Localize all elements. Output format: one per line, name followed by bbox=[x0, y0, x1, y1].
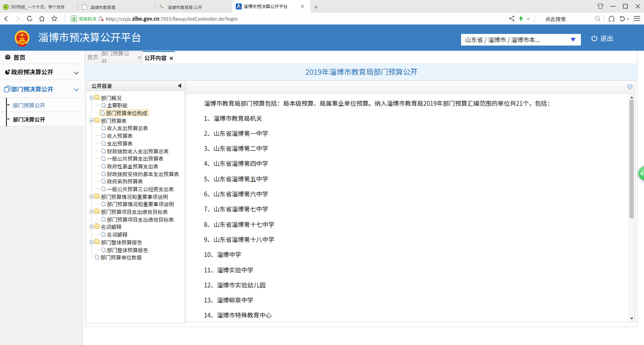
svg-text:证: 证 bbox=[72, 16, 76, 21]
